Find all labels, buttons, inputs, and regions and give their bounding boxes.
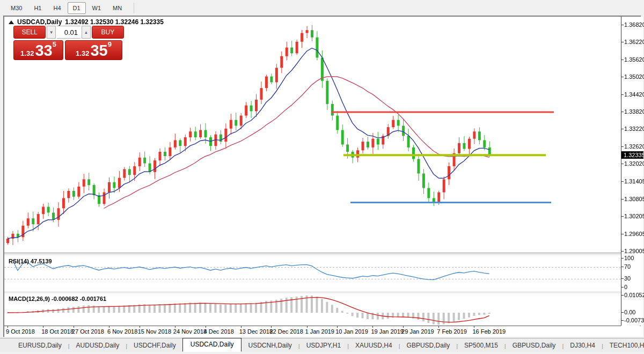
price-tick-label: 1.30205 (624, 213, 644, 219)
macd-tick-label: 0.00 (624, 309, 635, 315)
macd-label: MACD(12,26,9) -0.000682 -0.001761 (9, 296, 106, 302)
collapse-triangle-icon[interactable] (9, 20, 14, 24)
date-tick-mark (8, 326, 8, 328)
price-tick-label: 1.36820 (624, 21, 644, 28)
price-tick-label: 1.30805 (624, 196, 644, 202)
timeframe-toolbar: M30H1H4D1W1MN (0, 0, 644, 16)
tab-usdjpy[interactable]: USDJPY,H1 (300, 340, 347, 352)
date-tick-label: 15 Nov 2018 (138, 328, 171, 335)
date-tick-mark (307, 326, 308, 328)
date-tick-mark (74, 326, 74, 328)
date-tick-label: 29 Jan 2019 (401, 328, 434, 335)
date-tick-mark (372, 326, 373, 328)
rsi-label: RSI(14) 47.5139 (9, 258, 52, 264)
price-tick-label: 1.33820 (624, 108, 644, 115)
date-tick-mark (140, 326, 140, 328)
price-tick-label: 1.29005 (624, 248, 644, 254)
date-tick-mark (43, 326, 43, 328)
tab-eurusd[interactable]: EURUSD,Daily (12, 340, 68, 352)
buy-price-prefix: 1.32 (76, 49, 89, 58)
timeframe-button-h4[interactable]: H4 (48, 2, 66, 14)
price-tick-label: 1.34420 (624, 91, 644, 98)
chart-title: USDCAD,Daily 1.32492 1.32530 1.32246 1.3… (9, 18, 164, 26)
price-tick-label: 1.35620 (624, 56, 644, 63)
timeframe-button-mn[interactable]: MN (107, 2, 127, 14)
current-price-badge: 1.32335 (621, 151, 643, 159)
buy-price-big: 35 (90, 43, 107, 58)
symbol-tab-bar: EURUSD,Daily|AUDUSD,Daily|USDCHF,DailyUS… (0, 338, 644, 352)
date-tick-label: 18 Oct 2018 (41, 328, 74, 335)
chart-symbol-label: USDCAD,Daily (17, 18, 62, 26)
date-tick-mark (206, 326, 206, 328)
date-tick-mark (175, 326, 175, 328)
date-tick-mark (109, 326, 109, 328)
rsi-tick-label: 100 (624, 255, 634, 261)
sell-price-pip: 5 (53, 36, 56, 53)
tab-gbpusd[interactable]: GBPUSD,Daily (400, 340, 457, 352)
buy-price-pip: 9 (108, 36, 112, 53)
tab-audusd[interactable]: AUDUSD,Daily (70, 340, 126, 352)
price-axis[interactable]: 1.32335 1.368201.362201.356201.350201.34… (621, 17, 643, 326)
macd-tick-label: -0.0073 (624, 317, 644, 323)
date-tick-label: 1 Jan 2019 (305, 328, 334, 335)
timeframe-button-m30[interactable]: M30 (5, 2, 27, 14)
buy-price-quote[interactable]: 1.32 35 9 (65, 40, 122, 60)
price-tick-label: 1.35020 (624, 73, 644, 80)
date-tick-label: 27 Oct 2018 (72, 328, 104, 335)
date-tick-mark (241, 326, 241, 328)
tab-usdcnh[interactable]: USDCNH,Daily (241, 340, 298, 352)
rsi-tick-label: 70 (624, 263, 631, 270)
price-tick-label: 1.29605 (624, 231, 644, 237)
price-tick-label: 1.32620 (624, 143, 644, 150)
price-tick-label: 1.31405 (624, 178, 644, 185)
date-tick-label: 7 Feb 2019 (437, 328, 467, 335)
sell-price-big: 33 (35, 43, 52, 58)
date-tick-label: 4 Dec 2018 (204, 328, 234, 335)
date-tick-mark (438, 326, 439, 328)
rsi-tick-label: 30 (624, 275, 631, 282)
tab-tech100[interactable]: TECH100,H1 (603, 340, 644, 352)
price-tick-label: 1.36220 (624, 39, 644, 45)
date-axis[interactable]: 9 Oct 201818 Oct 201827 Oct 20186 Nov 20… (4, 326, 643, 337)
tab-dj30[interactable]: DJ30,H4 (564, 340, 602, 352)
tab-xauusd[interactable]: XAUUSD,H4 (349, 340, 399, 352)
sell-price-quote[interactable]: 1.32 33 5 (13, 40, 63, 60)
timeframe-button-h1[interactable]: H1 (28, 2, 47, 14)
rsi-indicator-canvas[interactable] (4, 255, 621, 293)
timeframe-button-w1[interactable]: W1 (87, 2, 107, 14)
date-tick-mark (474, 326, 474, 328)
rsi-tick-label: 0 (624, 284, 627, 290)
toolbar-separator (134, 3, 134, 13)
date-tick-mark (403, 326, 404, 328)
date-tick-label: 6 Nov 2018 (107, 328, 137, 335)
one-click-trade-panel: SELL ▼ ▲ BUY 1.32 33 5 1.32 35 9 (13, 26, 124, 60)
tab-usdchf[interactable]: USDCHF,Daily (127, 340, 182, 352)
volume-increase-button[interactable]: ▲ (82, 26, 91, 39)
tab-gbpusd[interactable]: GBPUSD,Daily (506, 340, 562, 352)
date-tick-label: 24 Nov 2018 (173, 328, 207, 335)
timeframe-button-d1[interactable]: D1 (68, 2, 86, 14)
tab-usdcad[interactable]: USDCAD,Daily (182, 338, 242, 352)
date-tick-label: 16 Feb 2019 (472, 328, 506, 335)
sell-button[interactable]: SELL (13, 26, 46, 39)
date-tick-mark (271, 326, 272, 328)
tab-sp500[interactable]: SP500,M15 (458, 340, 504, 352)
date-tick-label: 22 Dec 2018 (269, 328, 303, 335)
price-tick-label: 1.33220 (624, 126, 644, 132)
volume-input[interactable] (57, 26, 80, 39)
price-tick-label: 1.32020 (624, 160, 644, 167)
macd-tick-label: 0.010525 (624, 292, 644, 298)
date-tick-label: 19 Jan 2019 (371, 328, 404, 335)
date-tick-label: 13 Dec 2018 (239, 328, 273, 335)
date-tick-mark (337, 326, 338, 328)
chart-ohlc-values: 1.32492 1.32530 1.32246 1.32335 (65, 18, 164, 26)
sell-price-prefix: 1.32 (20, 49, 34, 58)
date-tick-label: 10 Jan 2019 (335, 328, 368, 335)
date-tick-label: 9 Oct 2018 (6, 328, 35, 335)
